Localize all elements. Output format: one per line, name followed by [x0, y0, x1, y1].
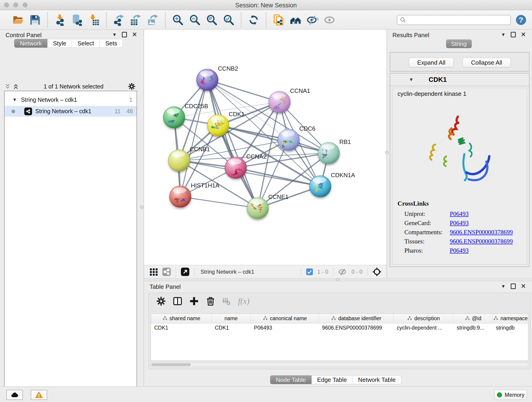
open-session-icon[interactable] — [12, 14, 24, 26]
export-network-icon[interactable] — [113, 14, 125, 26]
import-database-icon[interactable] — [71, 14, 83, 26]
column-header[interactable]: namespace — [493, 314, 528, 323]
network-node-hist1h1a[interactable]: HIST1H1A — [170, 182, 220, 207]
panel-float-icon[interactable] — [511, 32, 516, 37]
import-table-icon[interactable] — [88, 14, 100, 26]
refresh-layout-icon[interactable] — [248, 14, 260, 26]
network-node-cdk1[interactable]: CDK1 — [207, 111, 244, 136]
panel-menu-icon[interactable]: ▼ — [501, 32, 506, 37]
crosslink-link[interactable]: P06493 — [450, 220, 469, 227]
panel-menu-icon[interactable]: ▼ — [112, 32, 117, 37]
cytoscape-window: Session: New Session — [0, 0, 532, 402]
tab-string[interactable]: String — [446, 39, 472, 48]
column-header[interactable]: name — [212, 314, 251, 323]
search-input[interactable] — [406, 16, 508, 24]
save-session-icon[interactable] — [29, 14, 41, 26]
column-header[interactable]: database identifier — [319, 314, 394, 323]
splitter-handle[interactable] — [140, 205, 143, 209]
column-header[interactable]: @id — [453, 314, 493, 323]
crosslink-link[interactable]: P06493 — [450, 247, 469, 254]
network-node-ccnb1[interactable]: CCNB1 — [168, 146, 210, 171]
crosslink-link[interactable]: 9606.ENSP00000378699 — [450, 229, 513, 236]
section-collapse-icon[interactable]: ▼ — [409, 77, 413, 82]
delete-column-icon[interactable] — [206, 296, 215, 306]
gene-details: cyclin-dependent kinase 1 CrossLinks Uni… — [392, 88, 527, 265]
network-edge[interactable] — [180, 197, 258, 208]
network-edge[interactable] — [207, 80, 279, 102]
memory-button[interactable]: Memory — [494, 390, 527, 400]
column-header[interactable]: description — [394, 314, 454, 323]
panel-menu-icon[interactable]: ▼ — [501, 284, 506, 289]
duplicate-network-icon[interactable] — [273, 14, 285, 26]
crosslink-link[interactable]: P06493 — [450, 211, 469, 217]
birdseye-crosshair-icon[interactable] — [372, 267, 381, 276]
grid-view-icon[interactable] — [149, 267, 158, 276]
delete-table-icon — [222, 297, 231, 306]
scrollbar-thumb[interactable] — [152, 363, 191, 366]
splitter-handle[interactable] — [336, 278, 339, 281]
selected-checkbox-icon[interactable] — [306, 268, 313, 275]
network-canvas[interactable]: CCNB2CCNA1CDC25BCDK1CDC6RB1CCNB1CCNA2CDK… — [144, 30, 386, 265]
help-icon[interactable]: ? — [516, 15, 526, 25]
tab-select[interactable]: Select — [72, 39, 100, 48]
add-column-icon[interactable] — [189, 296, 199, 306]
table-horizontal-scrollbar[interactable] — [151, 363, 528, 367]
expand-all-icon[interactable] — [12, 83, 19, 90]
splitter-handle[interactable] — [385, 151, 389, 154]
zoom-selected-icon[interactable] — [223, 14, 234, 26]
export-image-icon[interactable] — [147, 14, 159, 26]
collapse-all-icon[interactable] — [4, 83, 11, 90]
expand-all-button[interactable]: Expand All — [409, 58, 454, 67]
gear-icon[interactable] — [156, 296, 166, 306]
network-selection-summary: 1 of 1 Network selected — [19, 83, 128, 90]
control-panel-tabs: Network Style Select Sets — [14, 39, 123, 48]
string-network-graph[interactable]: CCNB2CCNA1CDC25BCDK1CDC6RB1CCNB1CCNA2CDK… — [144, 30, 386, 265]
string-home-icon[interactable] — [290, 14, 302, 26]
table-panel-title: Table Panel — [150, 283, 181, 290]
tab-sets[interactable]: Sets — [100, 39, 123, 48]
network-node-rb1[interactable]: RB1 — [318, 138, 351, 164]
zoom-out-icon[interactable] — [189, 14, 201, 26]
network-row-selected[interactable]: String Network – cdk1 11 48 — [5, 106, 137, 117]
gear-icon[interactable] — [128, 83, 136, 90]
tree-expand-icon[interactable]: ▼ — [12, 97, 17, 102]
hidden-eye-icon[interactable] — [338, 267, 347, 276]
crosslink-link[interactable]: 9606.ENSP00000378699 — [450, 238, 513, 245]
tab-style[interactable]: Style — [47, 39, 72, 48]
toolbar-separator — [301, 267, 301, 276]
column-header[interactable]: canonical name — [251, 314, 319, 323]
toolbar-separator — [241, 12, 241, 27]
open-in-window-icon[interactable] — [181, 267, 190, 276]
column-header[interactable]: shared name — [151, 314, 212, 323]
panel-float-icon[interactable] — [122, 32, 127, 37]
panel-float-icon[interactable] — [511, 283, 516, 289]
table-row[interactable]: CDK1 CDK1 P06493 9606.ENSP00000378699 cy… — [151, 323, 528, 332]
panel-close-icon[interactable]: ✕ — [521, 283, 526, 289]
network-node-ccna1[interactable]: CCNA1 — [269, 87, 310, 113]
cloud-button[interactable] — [6, 390, 23, 400]
panel-close-icon[interactable]: ✕ — [132, 32, 137, 37]
network-node-cdc25b[interactable]: CDC25B — [163, 103, 208, 128]
zoom-in-icon[interactable] — [172, 14, 184, 26]
node-label: CCNA1 — [290, 87, 310, 94]
tab-network[interactable]: Network — [14, 39, 47, 48]
tab-edge-table[interactable]: Edge Table — [312, 375, 353, 384]
network-node-cdkn1a[interactable]: CDKN1A — [310, 172, 355, 197]
export-table-icon[interactable] — [130, 14, 142, 26]
show-hide-icon[interactable] — [307, 14, 318, 26]
node-label: CCNA2 — [246, 153, 266, 160]
zoom-fit-icon[interactable] — [206, 14, 218, 26]
share-view-icon[interactable] — [162, 267, 171, 276]
tab-node-table[interactable]: Node Table — [270, 375, 312, 384]
node-label: CDKN1A — [331, 172, 355, 179]
panel-close-icon[interactable]: ✕ — [521, 32, 526, 37]
warning-button[interactable] — [31, 390, 47, 400]
gene-section-header[interactable]: ▼ CDK1 — [390, 73, 529, 86]
tab-network-table[interactable]: Network Table — [353, 375, 401, 384]
status-bar: Memory — [0, 386, 532, 402]
hidden-count: 0 - 0 — [351, 269, 362, 275]
show-columns-icon[interactable] — [172, 296, 183, 306]
collapse-all-button[interactable]: Collapse All — [462, 58, 511, 67]
import-network-icon[interactable] — [54, 14, 66, 26]
network-collection-row[interactable]: ▼ String Network – cdk1 1 — [5, 95, 137, 105]
